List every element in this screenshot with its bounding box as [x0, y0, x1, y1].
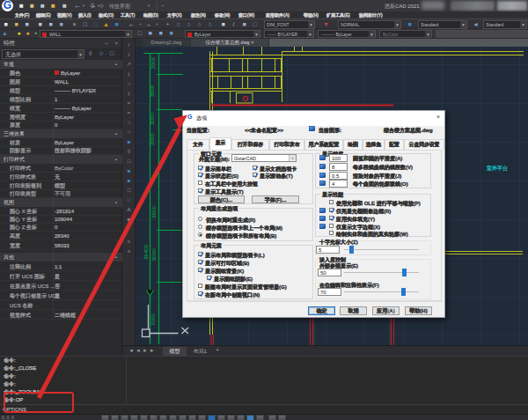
svg-text:3500: 3500 [150, 206, 157, 218]
svg-text:3500: 3500 [149, 85, 155, 97]
svg-text:3000: 3000 [149, 113, 155, 125]
svg-text:36400: 36400 [143, 244, 149, 260]
svg-text:2000: 2000 [149, 133, 155, 145]
svg-text:2000: 2000 [150, 56, 156, 69]
svg-text:室外平台: 室外平台 [487, 165, 508, 172]
svg-text:5000: 5000 [150, 248, 157, 261]
svg-text:7000: 7000 [150, 313, 156, 326]
